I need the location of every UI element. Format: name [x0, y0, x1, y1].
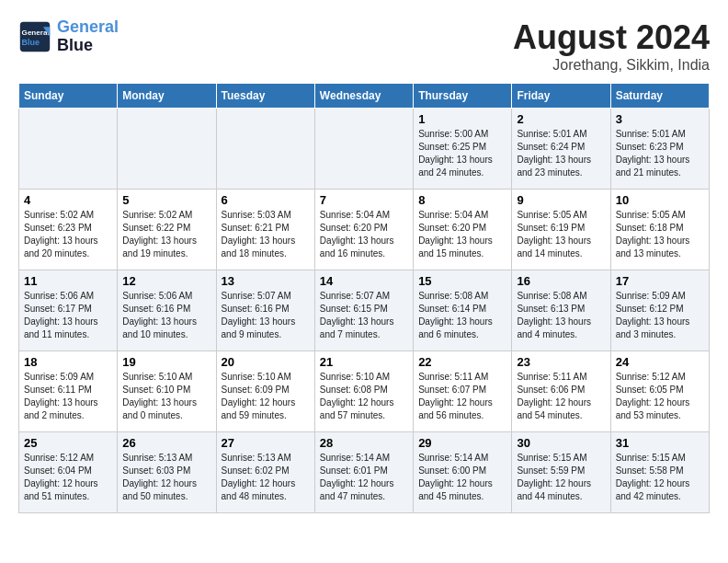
day-number: 21: [320, 355, 408, 369]
calendar-cell: 23Sunrise: 5:11 AM Sunset: 6:06 PM Dayli…: [512, 351, 610, 432]
day-info: Sunrise: 5:11 AM Sunset: 6:07 PM Dayligh…: [418, 371, 506, 422]
day-info: Sunrise: 5:10 AM Sunset: 6:09 PM Dayligh…: [222, 371, 310, 422]
day-number: 25: [24, 436, 112, 450]
week-row-4: 18Sunrise: 5:09 AM Sunset: 6:11 PM Dayli…: [19, 351, 710, 432]
day-number: 16: [517, 274, 605, 288]
calendar-cell: 10Sunrise: 5:05 AM Sunset: 6:18 PM Dayli…: [610, 190, 709, 270]
day-number: 12: [122, 274, 210, 288]
day-number: 14: [320, 274, 408, 288]
day-info: Sunrise: 5:04 AM Sunset: 6:20 PM Dayligh…: [320, 209, 408, 260]
day-number: 30: [517, 436, 605, 450]
week-row-2: 4Sunrise: 5:02 AM Sunset: 6:23 PM Daylig…: [19, 190, 710, 270]
day-number: 26: [122, 436, 210, 450]
weekday-header-sunday: Sunday: [19, 84, 118, 109]
calendar-cell: [314, 109, 413, 190]
day-info: Sunrise: 5:01 AM Sunset: 6:23 PM Dayligh…: [616, 128, 704, 179]
day-info: Sunrise: 5:10 AM Sunset: 6:10 PM Dayligh…: [122, 371, 210, 422]
logo-text: GeneralBlue: [57, 18, 119, 55]
calendar-cell: [216, 109, 314, 190]
logo: General Blue GeneralBlue: [18, 18, 119, 55]
week-row-3: 11Sunrise: 5:06 AM Sunset: 6:17 PM Dayli…: [19, 270, 710, 351]
day-number: 10: [616, 193, 704, 207]
day-info: Sunrise: 5:03 AM Sunset: 6:21 PM Dayligh…: [222, 209, 310, 260]
day-info: Sunrise: 5:14 AM Sunset: 6:01 PM Dayligh…: [320, 452, 408, 503]
weekday-header-row: SundayMondayTuesdayWednesdayThursdayFrid…: [19, 84, 710, 109]
day-number: 18: [24, 355, 112, 369]
day-number: 2: [517, 112, 605, 126]
calendar-cell: [118, 109, 216, 190]
calendar-cell: 26Sunrise: 5:13 AM Sunset: 6:03 PM Dayli…: [118, 432, 216, 513]
calendar-cell: [19, 109, 118, 190]
day-number: 3: [616, 112, 704, 126]
day-number: 31: [616, 436, 704, 450]
day-number: 17: [616, 274, 704, 288]
day-number: 11: [24, 274, 112, 288]
calendar-cell: 31Sunrise: 5:15 AM Sunset: 5:58 PM Dayli…: [610, 432, 709, 513]
week-row-5: 25Sunrise: 5:12 AM Sunset: 6:04 PM Dayli…: [19, 432, 710, 513]
day-info: Sunrise: 5:14 AM Sunset: 6:00 PM Dayligh…: [418, 452, 506, 503]
day-number: 13: [222, 274, 310, 288]
calendar-cell: 20Sunrise: 5:10 AM Sunset: 6:09 PM Dayli…: [216, 351, 314, 432]
day-number: 15: [418, 274, 506, 288]
calendar-cell: 15Sunrise: 5:08 AM Sunset: 6:14 PM Dayli…: [414, 270, 512, 351]
calendar-cell: 28Sunrise: 5:14 AM Sunset: 6:01 PM Dayli…: [314, 432, 413, 513]
day-number: 6: [222, 193, 310, 207]
calendar-cell: 29Sunrise: 5:14 AM Sunset: 6:00 PM Dayli…: [414, 432, 512, 513]
day-info: Sunrise: 5:09 AM Sunset: 6:12 PM Dayligh…: [616, 290, 704, 341]
day-number: 22: [418, 355, 506, 369]
calendar-cell: 24Sunrise: 5:12 AM Sunset: 6:05 PM Dayli…: [610, 351, 709, 432]
page-header: General Blue GeneralBlue August 2024 Jor…: [18, 18, 710, 74]
calendar-cell: 5Sunrise: 5:02 AM Sunset: 6:22 PM Daylig…: [118, 190, 216, 270]
day-info: Sunrise: 5:13 AM Sunset: 6:03 PM Dayligh…: [122, 452, 210, 503]
day-number: 8: [418, 193, 506, 207]
day-info: Sunrise: 5:10 AM Sunset: 6:08 PM Dayligh…: [320, 371, 408, 422]
day-info: Sunrise: 5:05 AM Sunset: 6:18 PM Dayligh…: [616, 209, 704, 260]
day-number: 29: [418, 436, 506, 450]
week-row-1: 1Sunrise: 5:00 AM Sunset: 6:25 PM Daylig…: [19, 109, 710, 190]
calendar-cell: 3Sunrise: 5:01 AM Sunset: 6:23 PM Daylig…: [610, 109, 709, 190]
calendar-cell: 25Sunrise: 5:12 AM Sunset: 6:04 PM Dayli…: [19, 432, 118, 513]
day-number: 5: [122, 193, 210, 207]
calendar-cell: 14Sunrise: 5:07 AM Sunset: 6:15 PM Dayli…: [314, 270, 413, 351]
calendar-cell: 6Sunrise: 5:03 AM Sunset: 6:21 PM Daylig…: [216, 190, 314, 270]
day-info: Sunrise: 5:06 AM Sunset: 6:17 PM Dayligh…: [24, 290, 112, 341]
calendar-cell: 27Sunrise: 5:13 AM Sunset: 6:02 PM Dayli…: [216, 432, 314, 513]
weekday-header-monday: Monday: [118, 84, 216, 109]
day-info: Sunrise: 5:13 AM Sunset: 6:02 PM Dayligh…: [222, 452, 310, 503]
weekday-header-wednesday: Wednesday: [314, 84, 413, 109]
calendar-cell: 12Sunrise: 5:06 AM Sunset: 6:16 PM Dayli…: [118, 270, 216, 351]
day-info: Sunrise: 5:06 AM Sunset: 6:16 PM Dayligh…: [122, 290, 210, 341]
day-info: Sunrise: 5:04 AM Sunset: 6:20 PM Dayligh…: [418, 209, 506, 260]
svg-text:General: General: [22, 29, 50, 37]
calendar-cell: 22Sunrise: 5:11 AM Sunset: 6:07 PM Dayli…: [414, 351, 512, 432]
weekday-header-tuesday: Tuesday: [216, 84, 314, 109]
day-info: Sunrise: 5:02 AM Sunset: 6:23 PM Dayligh…: [24, 209, 112, 260]
calendar-cell: 18Sunrise: 5:09 AM Sunset: 6:11 PM Dayli…: [19, 351, 118, 432]
calendar-cell: 17Sunrise: 5:09 AM Sunset: 6:12 PM Dayli…: [610, 270, 709, 351]
calendar-cell: 1Sunrise: 5:00 AM Sunset: 6:25 PM Daylig…: [414, 109, 512, 190]
svg-text:Blue: Blue: [22, 38, 40, 47]
day-number: 20: [222, 355, 310, 369]
weekday-header-friday: Friday: [512, 84, 610, 109]
day-number: 23: [517, 355, 605, 369]
calendar-cell: 16Sunrise: 5:08 AM Sunset: 6:13 PM Dayli…: [512, 270, 610, 351]
calendar-cell: 11Sunrise: 5:06 AM Sunset: 6:17 PM Dayli…: [19, 270, 118, 351]
day-number: 27: [222, 436, 310, 450]
day-info: Sunrise: 5:08 AM Sunset: 6:14 PM Dayligh…: [418, 290, 506, 341]
day-info: Sunrise: 5:09 AM Sunset: 6:11 PM Dayligh…: [24, 371, 112, 422]
calendar-table: SundayMondayTuesdayWednesdayThursdayFrid…: [18, 83, 710, 513]
day-info: Sunrise: 5:12 AM Sunset: 6:05 PM Dayligh…: [616, 371, 704, 422]
day-info: Sunrise: 5:15 AM Sunset: 5:58 PM Dayligh…: [616, 452, 704, 503]
day-info: Sunrise: 5:12 AM Sunset: 6:04 PM Dayligh…: [24, 452, 112, 503]
day-info: Sunrise: 5:08 AM Sunset: 6:13 PM Dayligh…: [517, 290, 605, 341]
calendar-cell: 13Sunrise: 5:07 AM Sunset: 6:16 PM Dayli…: [216, 270, 314, 351]
weekday-header-thursday: Thursday: [414, 84, 512, 109]
title-block: August 2024 Jorethang, Sikkim, India: [513, 18, 710, 74]
month-title: August 2024: [513, 18, 710, 57]
day-number: 9: [517, 193, 605, 207]
location: Jorethang, Sikkim, India: [513, 57, 710, 74]
day-info: Sunrise: 5:05 AM Sunset: 6:19 PM Dayligh…: [517, 209, 605, 260]
day-info: Sunrise: 5:07 AM Sunset: 6:15 PM Dayligh…: [320, 290, 408, 341]
weekday-header-saturday: Saturday: [610, 84, 709, 109]
day-number: 7: [320, 193, 408, 207]
